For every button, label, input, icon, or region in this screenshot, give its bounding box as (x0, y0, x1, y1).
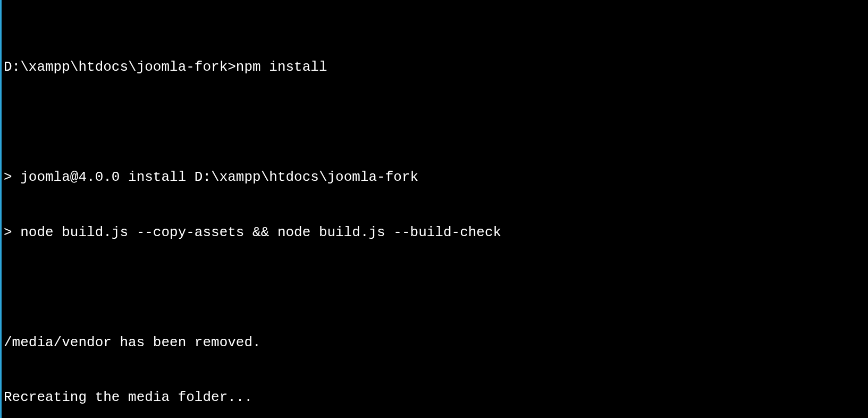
output-line: Recreating the media folder... (4, 388, 868, 407)
output-line: /media/vendor has been removed. (4, 333, 868, 352)
script-output-line: > joomla@4.0.0 install D:\xampp\htdocs\j… (4, 168, 868, 187)
blank-line (4, 113, 868, 131)
prompt-line: D:\xampp\htdocs\joomla-fork>npm install (4, 58, 868, 77)
terminal-window[interactable]: D:\xampp\htdocs\joomla-fork>npm install … (2, 0, 868, 418)
blank-line (4, 279, 868, 297)
script-output-line: > node build.js --copy-assets && node bu… (4, 223, 868, 242)
